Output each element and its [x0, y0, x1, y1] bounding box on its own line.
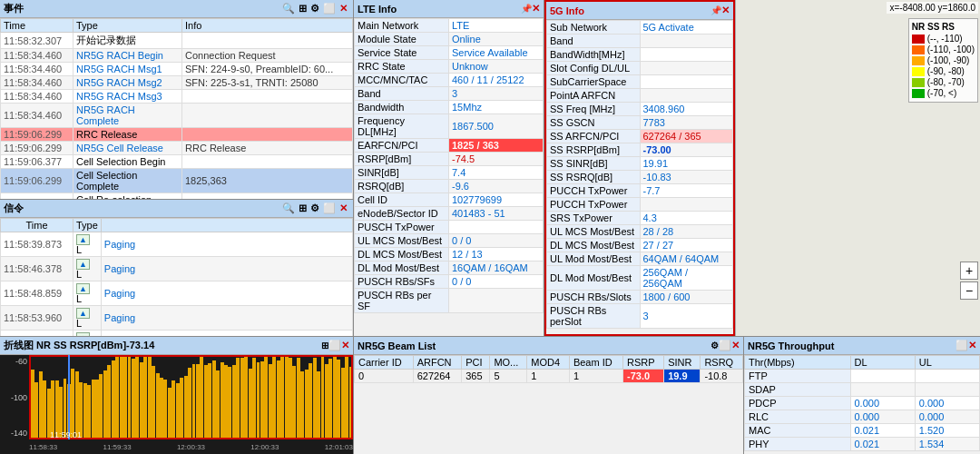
event-row[interactable]: 11:59:10.246 Cell Re-selection Begin (18…: [1, 193, 353, 201]
lte-panel-header: LTE Info 📌 ✕: [354, 0, 544, 18]
chart-bar: [333, 355, 337, 438]
chart-bar: [184, 376, 188, 438]
beam-table-container: Carrier IDARFCNPCIMO...MOD4Beam IDRSRPSI…: [354, 355, 743, 454]
chart-bar: [280, 355, 284, 438]
chart-bar: [345, 356, 348, 438]
chart-bar: [216, 370, 220, 438]
y-label-mid: -100: [0, 393, 29, 402]
event-row[interactable]: 11:58:34.460 NR5G RACH Msg2 SFN: 225-3-s…: [1, 76, 353, 90]
chart-settings-icon[interactable]: ⊞: [321, 340, 328, 350]
signals-close-icon[interactable]: ✕: [339, 202, 348, 214]
lte-info-row: Bandwidth 15Mhz: [355, 101, 544, 114]
event-row[interactable]: 11:58:34.460 NR5G RACH Msg1 SFN: 224-9-s…: [1, 63, 353, 76]
ng5-info-row: PUCCH TxPower -7.7: [547, 184, 733, 198]
signals-title: 信令: [4, 202, 280, 215]
expand-icon[interactable]: ⬜: [323, 3, 336, 15]
ng5-title: 5G Info: [550, 5, 710, 16]
ng5-info-row: PUCCH TxPower: [547, 198, 733, 212]
lte-info-row: Frequency DL[MHz] 1867.500: [355, 114, 544, 139]
signal-row[interactable]: 11:58:48.859 ▲ L Paging: [1, 281, 353, 306]
tput-close-icon[interactable]: ✕: [968, 340, 976, 351]
lte-info-row: SINR[dB] 7.4: [355, 166, 544, 180]
ng5-info-row: DL Mod Most/Best 256QAM / 256QAM: [547, 266, 733, 291]
col-type-header: Type: [74, 19, 182, 33]
chart-bar: [257, 362, 260, 438]
event-row[interactable]: 11:59:06.299 RRC Release: [1, 128, 353, 142]
lte-pin-icon[interactable]: 📌: [521, 4, 532, 14]
beam-panel-header: NR5G Beam List ⚙ ⬜ ✕: [354, 337, 743, 355]
ng5-info-row: UL MCS Most/Best 28 / 28: [547, 225, 733, 239]
ng5-info-row: PointA ARFCN: [547, 89, 733, 103]
beam-close-icon[interactable]: ✕: [731, 340, 740, 351]
chart-bar: [240, 358, 244, 438]
zoom-out-button[interactable]: −: [960, 281, 978, 300]
chart-area: -60 -100 -140 11:58:3311:59:3312:00:3312…: [0, 355, 353, 454]
signals-filter-icon[interactable]: ⊞: [299, 202, 307, 214]
chart-bar: [180, 378, 183, 438]
chart-bar: [236, 358, 240, 438]
events-title: 事件: [4, 2, 280, 15]
filter-icon[interactable]: ⊞: [299, 3, 307, 15]
ng5-info-row: SubCarrierSpace: [547, 75, 733, 89]
lte-info-row: Service State Service Available: [355, 46, 544, 60]
event-row[interactable]: 11:58:34.460 NR5G RACH Complete: [1, 104, 353, 128]
col-time-header: Time: [1, 19, 74, 33]
beam-row[interactable]: 0627264365511-73.019.9-10.8: [355, 370, 743, 383]
sig-col-time: Time: [1, 219, 74, 232]
beam-settings-icon[interactable]: ⚙: [710, 340, 719, 350]
chart-bar: [300, 371, 304, 438]
ng5-close-icon[interactable]: ✕: [721, 5, 730, 16]
chart-bar: [269, 364, 272, 438]
signals-expand-icon[interactable]: ⬜: [323, 202, 336, 214]
chart-bar: [212, 360, 216, 438]
chart-close-icon[interactable]: ✕: [341, 340, 349, 351]
signal-row[interactable]: 11:58:53.960 ▲ L Paging: [1, 306, 353, 331]
chart-bar: [135, 355, 139, 438]
tput-expand-icon[interactable]: ⬜: [956, 340, 968, 351]
beam-expand-icon[interactable]: ⬜: [719, 340, 731, 351]
event-row[interactable]: 11:59:06.299 NR5G Cell Release RRC Relea…: [1, 142, 353, 155]
signals-settings-icon[interactable]: ⚙: [310, 202, 319, 214]
chart-x-label: 12:00:33: [250, 443, 279, 451]
chart-bar: [128, 355, 132, 438]
lte-info-row: RRC State Unknow: [355, 60, 544, 74]
ng5-info-row: Slot Config DL/UL: [547, 62, 733, 75]
event-row[interactable]: 11:59:06.299 Cell Selection Complete 182…: [1, 169, 353, 193]
event-row[interactable]: 11:59:06.377 Cell Selection Begin: [1, 155, 353, 169]
settings-icon[interactable]: ⚙: [310, 3, 319, 15]
chart-bar: [156, 373, 160, 438]
chart-bar: [163, 380, 167, 438]
chart-bar: [289, 358, 292, 438]
chart-bar: [260, 361, 264, 438]
legend-title: NR SS RS: [912, 22, 975, 32]
chart-bar: [107, 365, 111, 438]
chart-bar: [337, 360, 340, 438]
tput-table: Thr(Mbps)DLUL FTPSDAPPDCP0.0000.000RLC0.…: [744, 355, 980, 451]
zoom-in-button[interactable]: +: [960, 262, 978, 280]
chart-x-label: 12:00:33: [177, 443, 205, 451]
signal-row[interactable]: 11:58:46.378 ▲ L Paging: [1, 257, 353, 281]
chart-bar: [321, 357, 325, 438]
chart-bar: [341, 368, 345, 438]
lte-info-row: RSRQ[dB] -9.6: [355, 180, 544, 193]
chart-bar: [87, 385, 91, 438]
ng5-pin-icon[interactable]: 📌: [710, 5, 721, 15]
event-row[interactable]: 11:58:34.460 NR5G RACH Msg3: [1, 90, 353, 104]
tput-row: SDAP: [745, 383, 980, 397]
tput-title: NR5G Throughput: [748, 340, 956, 351]
event-row[interactable]: 11:58:34.460 NR5G RACH Begin Connection …: [1, 49, 353, 63]
search-icon[interactable]: 🔍: [282, 3, 295, 15]
lte-info-row: MCC/MNC/TAC 460 / 11 / 25122: [355, 74, 544, 87]
lte-info-row: DL MCS Most/Best 12 / 13: [355, 248, 544, 262]
signal-row[interactable]: 11:58:39.873 ▲ L Paging: [1, 232, 353, 257]
signals-table: Time Type 11:58:39.873 ▲ L Paging11:58:4…: [0, 218, 353, 336]
chart-expand-icon[interactable]: ⬜: [328, 340, 341, 351]
lte-info-row: PUSCH TxPower: [355, 221, 544, 234]
lte-close-icon[interactable]: ✕: [532, 3, 540, 15]
beam-table: Carrier IDARFCNPCIMO...MOD4Beam IDRSRPSI…: [354, 355, 743, 383]
event-row[interactable]: 11:58:32.307 开始记录数据: [1, 33, 353, 49]
close-icon[interactable]: ✕: [339, 3, 348, 15]
chart-bar: [71, 369, 74, 439]
chart-bar: [200, 355, 203, 438]
signals-search-icon[interactable]: 🔍: [282, 202, 295, 214]
